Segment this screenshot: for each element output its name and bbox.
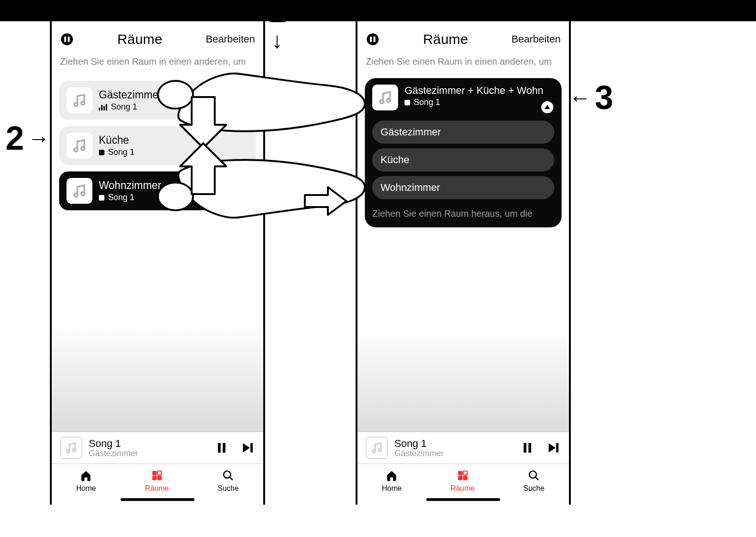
svg-rect-11 <box>218 443 221 453</box>
pause-button[interactable] <box>520 440 535 455</box>
svg-rect-31 <box>463 471 467 475</box>
rooms-icon <box>150 469 164 482</box>
home-icon <box>79 469 93 482</box>
room-song: Song 1 <box>111 102 137 112</box>
now-playing-bar[interactable]: Song 1 Gästezimmer <box>52 432 263 464</box>
svg-point-3 <box>74 103 78 106</box>
svg-rect-2 <box>68 37 70 42</box>
tab-label: Räume <box>451 484 475 493</box>
group-room-item[interactable]: Wohnzimmer <box>372 176 554 199</box>
tab-label: Suche <box>218 484 239 493</box>
tab-label: Home <box>76 484 96 493</box>
now-playing-title: Song 1 <box>394 438 514 450</box>
search-icon <box>221 469 235 482</box>
svg-rect-28 <box>528 443 531 453</box>
svg-point-8 <box>81 192 85 195</box>
svg-point-0 <box>61 33 73 45</box>
room-group-card[interactable]: Gästezimmer + Küche + Wohnzi.. Song 1 Gä… <box>365 78 562 227</box>
group-room-item[interactable]: Küche <box>372 148 554 171</box>
empty-area <box>357 227 569 432</box>
edit-button[interactable]: Bearbeiten <box>206 33 255 45</box>
svg-point-7 <box>74 193 78 197</box>
tab-label: Räume <box>145 484 169 493</box>
arrow-left-icon: ← <box>569 85 591 110</box>
album-art-icon <box>366 437 388 459</box>
room-card-kueche[interactable]: Küche Song 1 <box>59 126 256 165</box>
room-song: Song 1 <box>108 193 134 202</box>
hint-text: Ziehen Sie einen Raum in einen anderen, … <box>357 52 569 67</box>
svg-rect-33 <box>463 476 467 480</box>
svg-point-25 <box>373 450 375 452</box>
now-playing-bar[interactable]: Song 1 Gästezimmer <box>357 432 569 464</box>
tab-rooms[interactable]: Räume <box>451 469 475 493</box>
room-name: Küche <box>99 134 134 146</box>
svg-point-24 <box>387 98 391 102</box>
arrow-right-icon: → <box>28 126 50 151</box>
stopped-icon <box>405 100 410 105</box>
svg-point-6 <box>81 146 85 150</box>
album-art-icon <box>67 133 92 159</box>
group-room-item[interactable]: Gästezimmer <box>372 121 554 144</box>
app-logo-icon[interactable] <box>60 32 74 46</box>
svg-rect-32 <box>458 476 462 480</box>
transition-arrow-icon <box>302 185 349 217</box>
svg-rect-21 <box>370 37 372 42</box>
svg-rect-27 <box>524 443 526 453</box>
svg-rect-17 <box>157 476 162 480</box>
empty-area <box>52 217 263 432</box>
home-icon <box>385 469 399 482</box>
svg-line-35 <box>535 477 538 480</box>
svg-rect-1 <box>64 37 66 42</box>
svg-rect-30 <box>458 471 462 475</box>
tab-search[interactable]: Suche <box>218 469 239 493</box>
svg-point-5 <box>74 148 78 152</box>
svg-point-26 <box>378 449 381 452</box>
svg-point-10 <box>73 449 75 452</box>
svg-rect-14 <box>152 471 157 475</box>
tab-bar: Home Räume Suche <box>357 464 569 495</box>
svg-rect-22 <box>374 37 375 42</box>
tab-search[interactable]: Suche <box>524 469 544 493</box>
tab-rooms[interactable]: Räume <box>145 469 169 493</box>
figure-black-bar <box>0 0 756 21</box>
tab-home[interactable]: Home <box>382 469 402 493</box>
group-volume-icon[interactable] <box>541 101 553 113</box>
svg-rect-12 <box>223 443 225 453</box>
stopped-icon <box>99 150 104 155</box>
svg-rect-13 <box>250 443 253 452</box>
phone-screen-before: Räume Bearbeiten Ziehen Sie einen Raum i… <box>50 21 265 505</box>
now-playing-subtitle: Gästezimmer <box>89 449 208 458</box>
callout-1-number: 1 <box>268 0 286 30</box>
room-card-wohnzimmer[interactable]: Wohnzimmer Song 1 <box>59 171 256 210</box>
group-song: Song 1 <box>414 98 440 107</box>
svg-rect-15 <box>157 471 162 475</box>
app-logo-icon[interactable] <box>366 32 380 46</box>
svg-rect-16 <box>152 476 157 480</box>
room-name: Wohnzimmer <box>99 179 161 192</box>
album-art-icon <box>67 178 92 204</box>
edit-button[interactable]: Bearbeiten <box>512 33 561 45</box>
callout-2-number: 2 <box>6 119 24 157</box>
home-indicator <box>121 498 194 501</box>
group-hint: Ziehen Sie einen Raum heraus, um die <box>372 208 554 219</box>
hint-text: Ziehen Sie einen Raum in einen anderen, … <box>52 52 263 67</box>
svg-point-23 <box>380 100 384 104</box>
album-art-icon <box>67 87 92 113</box>
page-title: Räume <box>423 31 468 47</box>
svg-rect-29 <box>556 443 558 452</box>
room-name: Gästezimmer <box>99 89 162 101</box>
album-art-icon <box>60 437 82 459</box>
pause-button[interactable] <box>214 440 229 455</box>
tab-label: Suche <box>524 484 544 493</box>
tab-home[interactable]: Home <box>76 469 96 493</box>
svg-point-9 <box>67 450 70 452</box>
callout-3-number: 3 <box>595 79 613 116</box>
svg-point-18 <box>224 471 230 478</box>
room-song: Song 1 <box>108 147 134 157</box>
room-card-gaestezimmer[interactable]: Gästezimmer Song 1 <box>59 81 256 120</box>
next-track-button[interactable] <box>546 440 561 455</box>
next-track-button[interactable] <box>240 440 255 455</box>
album-art-icon <box>372 85 398 110</box>
phone-screen-after: Räume Bearbeiten Ziehen Sie einen Raum i… <box>356 21 571 505</box>
now-playing-title: Song 1 <box>89 438 208 450</box>
